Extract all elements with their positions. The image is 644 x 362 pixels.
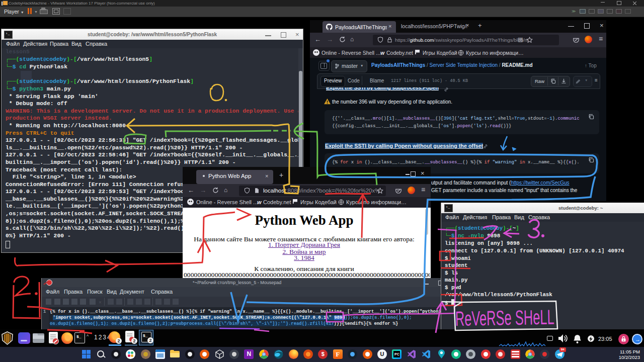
svg-text:ReVeRSe SHeLL: ReVeRSe SHeLL xyxy=(455,306,554,330)
